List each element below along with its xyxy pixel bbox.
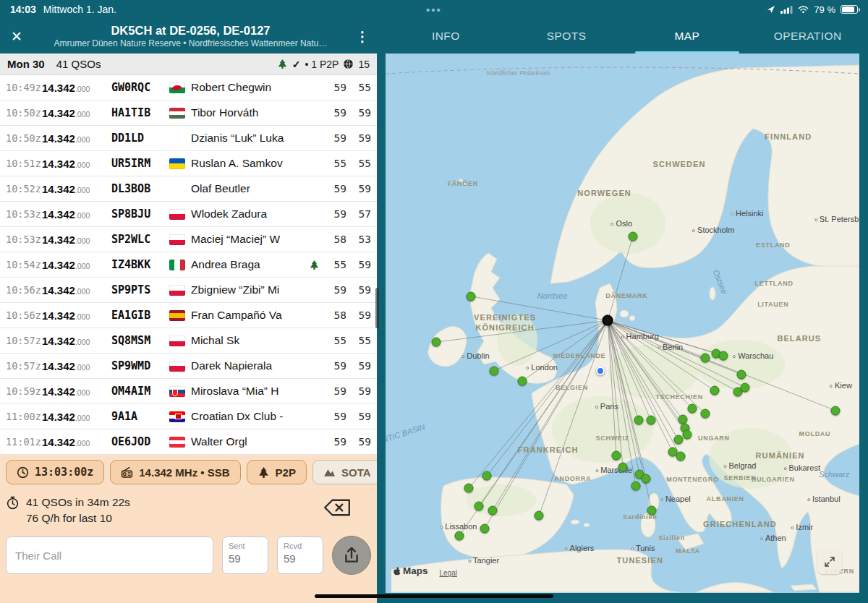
qso-marker[interactable] bbox=[455, 531, 464, 540]
p2p-button[interactable]: P2P bbox=[247, 460, 307, 484]
radio-icon bbox=[121, 466, 133, 479]
qso-marker[interactable] bbox=[701, 353, 710, 362]
qso-marker[interactable] bbox=[482, 471, 492, 481]
qso-marker[interactable] bbox=[642, 474, 651, 483]
qso-row[interactable]: 10:52z 14.342.000 DL3BOB Olaf Beutler 59… bbox=[0, 176, 377, 202]
qso-marker[interactable] bbox=[475, 501, 484, 510]
close-icon[interactable]: ✕ bbox=[0, 28, 33, 45]
qso-row[interactable]: 10:51z 14.342.000 UR5IRM Ruslan A. Samko… bbox=[0, 151, 377, 176]
log-qso-button[interactable] bbox=[332, 536, 371, 575]
rcvd-field[interactable]: Rcvd 59 bbox=[277, 536, 323, 574]
qso-marker[interactable] bbox=[646, 416, 655, 425]
qso-marker[interactable] bbox=[719, 351, 728, 360]
qso-marker[interactable] bbox=[480, 524, 489, 534]
qso-marker[interactable] bbox=[683, 429, 692, 439]
qso-marker[interactable] bbox=[741, 382, 750, 392]
qso-row[interactable]: 10:53z 14.342.000 SP2WLC Maciej “Maciej”… bbox=[0, 227, 377, 252]
rst-sent: 59 bbox=[323, 360, 346, 372]
rst-sent: 59 bbox=[323, 208, 346, 220]
rst-rcvd: 59 bbox=[346, 284, 371, 296]
their-call-input[interactable] bbox=[6, 536, 213, 574]
tab-map[interactable]: MAP bbox=[627, 19, 748, 54]
qso-marker[interactable] bbox=[676, 452, 686, 461]
qso-operator-name: Dzianis “Luk” Luka bbox=[191, 132, 309, 145]
page-subtitle: Amrumer Dünen Nature Reserve • Nordfries… bbox=[33, 38, 348, 48]
tab-operation[interactable]: OPERATION bbox=[747, 19, 868, 54]
qso-row[interactable]: 10:50z 14.342.000 DD1LD Dzianis “Luk” Lu… bbox=[0, 126, 377, 151]
scrollbar[interactable] bbox=[375, 288, 379, 328]
qso-operator-name: Fran Campañó Va bbox=[191, 309, 309, 322]
backspace-button[interactable] bbox=[323, 498, 351, 520]
time-button[interactable]: 13:03:00z bbox=[6, 460, 104, 484]
qso-marker[interactable] bbox=[628, 231, 637, 241]
home-indicator[interactable] bbox=[315, 594, 553, 598]
freq-mode-button[interactable]: 14.342 MHz • SSB bbox=[110, 460, 240, 484]
fullscreen-button[interactable] bbox=[817, 549, 842, 574]
battery-percent: 79 % bbox=[814, 4, 835, 15]
qso-frequency: 14.342.000 bbox=[42, 132, 111, 145]
qso-marker[interactable] bbox=[464, 484, 474, 493]
qso-time: 10:57z bbox=[6, 335, 42, 346]
qso-time: 10:56z bbox=[6, 284, 42, 296]
qso-time: 10:53z bbox=[6, 234, 42, 245]
qso-marker[interactable] bbox=[488, 505, 498, 515]
qso-marker[interactable] bbox=[432, 338, 441, 347]
qso-row[interactable]: 10:49z 14.342.000 GW0RQC Robert Chegwin … bbox=[0, 75, 377, 100]
qso-marker[interactable] bbox=[701, 409, 710, 419]
qso-operator-name: Croatian Dx Club - bbox=[191, 410, 309, 423]
qso-callsign: IZ4BKK bbox=[111, 258, 169, 271]
user-location-marker bbox=[596, 367, 605, 375]
qso-marker[interactable] bbox=[518, 376, 527, 385]
map-view[interactable]: Nördlicher PolarkreisFINNLANDSCHWEDENNOR… bbox=[386, 54, 859, 593]
qso-operator-name: Michal Sk bbox=[191, 334, 309, 347]
qso-frequency: 14.342.000 bbox=[42, 183, 111, 195]
kebab-menu-icon[interactable]: ⋮ bbox=[348, 28, 377, 45]
qso-row[interactable]: 11:00z 14.342.000 9A1A Croatian Dx Club … bbox=[0, 404, 377, 429]
activation-origin-marker[interactable] bbox=[603, 315, 613, 326]
qso-marker[interactable] bbox=[736, 369, 746, 379]
rst-rcvd: 59 bbox=[346, 360, 371, 372]
qso-marker[interactable] bbox=[831, 406, 841, 415]
qso-row[interactable]: 10:53z 14.342.000 SP8BJU Wlodek Zadura 5… bbox=[0, 202, 377, 227]
qso-marker[interactable] bbox=[634, 416, 643, 425]
tab-spots[interactable]: SPOTS bbox=[506, 19, 627, 54]
qso-marker[interactable] bbox=[647, 505, 657, 515]
qso-marker[interactable] bbox=[466, 291, 475, 301]
qso-row[interactable]: 10:57z 14.342.000 SQ8MSM Michal Sk 55 55 bbox=[0, 328, 377, 354]
qso-marker[interactable] bbox=[673, 435, 683, 445]
qso-row[interactable]: 10:56z 14.342.000 EA1GIB Fran Campañó Va… bbox=[0, 303, 377, 328]
qso-row[interactable]: 10:56z 14.342.000 SP9PTS Zbigniew “Zibi”… bbox=[0, 278, 377, 303]
qso-frequency: 14.342.000 bbox=[42, 158, 111, 170]
qso-operator-name: Maciej “Maciej” W bbox=[191, 233, 309, 246]
country-flag-icon bbox=[169, 335, 185, 346]
qso-marker[interactable] bbox=[611, 450, 621, 460]
stopwatch-icon bbox=[6, 496, 20, 510]
sent-field[interactable]: Sent 59 bbox=[222, 536, 268, 574]
qso-row[interactable]: 10:57z 14.342.000 SP9WMD Darek Napierala… bbox=[0, 354, 377, 379]
cellular-signal-icon bbox=[780, 5, 793, 14]
legal-link[interactable]: Legal bbox=[440, 569, 457, 577]
qso-callsign: HA1TIB bbox=[111, 106, 169, 119]
rst-rcvd: 59 bbox=[346, 132, 371, 144]
battery-icon bbox=[841, 5, 858, 14]
country-flag-icon bbox=[169, 437, 185, 448]
qso-marker[interactable] bbox=[687, 403, 697, 413]
rst-rcvd: 59 bbox=[346, 183, 371, 194]
multitask-dots-icon[interactable]: ••• bbox=[426, 4, 442, 16]
tab-info[interactable]: INFO bbox=[386, 19, 506, 54]
qso-marker[interactable] bbox=[631, 482, 640, 491]
page-title: DK5CH at DE-0256, DE-0127 bbox=[33, 24, 348, 38]
qso-marker[interactable] bbox=[678, 414, 687, 424]
qso-frequency: 14.342.000 bbox=[42, 234, 111, 246]
qso-marker[interactable] bbox=[618, 463, 628, 472]
sota-button[interactable]: SOTA bbox=[312, 460, 377, 484]
qso-row[interactable]: 10:59z 14.342.000 OM4AIM Miroslava “Mia”… bbox=[0, 379, 377, 404]
entry-panel: 13:03:00z 14.342 MHz • SSB P2P SOTA bbox=[0, 455, 377, 603]
qso-row[interactable]: 10:50z 14.342.000 HA1TIB Tibor Horváth 5… bbox=[0, 100, 377, 126]
qso-row[interactable]: 11:01z 14.342.000 OE6JOD Walter Orgl 59 … bbox=[0, 429, 377, 455]
qso-marker[interactable] bbox=[489, 366, 498, 375]
qso-marker[interactable] bbox=[535, 511, 544, 521]
sent-label: Sent bbox=[229, 542, 262, 550]
qso-row[interactable]: 10:54z 14.342.000 IZ4BKK Andrea Braga 55… bbox=[0, 252, 377, 278]
qso-marker[interactable] bbox=[710, 386, 720, 395]
